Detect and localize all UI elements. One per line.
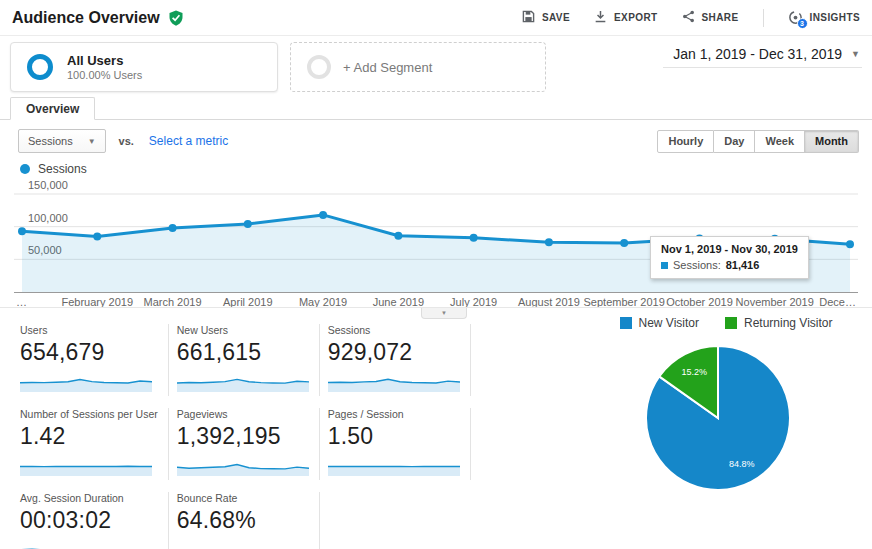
granularity-month[interactable]: Month xyxy=(805,130,859,153)
tab-overview[interactable]: Overview xyxy=(10,97,95,120)
metric-sparkline xyxy=(20,370,152,392)
metric-cards-grid: Users654,679New Users661,615Sessions929,… xyxy=(12,324,464,549)
metric-sparkline xyxy=(328,370,460,392)
metric-value: 929,072 xyxy=(328,339,460,365)
metric-sparkline xyxy=(328,454,460,476)
share-button[interactable]: SHARE xyxy=(682,10,739,25)
metric-sparkline xyxy=(177,538,309,549)
segment-title: All Users xyxy=(67,53,142,68)
insights-icon: 3 xyxy=(788,10,803,25)
tooltip-series-swatch xyxy=(661,262,668,269)
audience-overview-page: Audience Overview SAVE EXPORT SHARE 3 xyxy=(0,0,872,549)
metric-label: Users xyxy=(20,324,158,336)
segments-row: All Users 100.00% Users + Add Segment Ja… xyxy=(10,42,862,92)
tab-bar: Overview xyxy=(0,97,872,120)
insights-button[interactable]: 3 INSIGHTS xyxy=(788,10,860,25)
metric-card[interactable]: New Users661,615 xyxy=(169,324,320,396)
chevron-down-icon: ▼ xyxy=(851,49,860,59)
chevron-down-icon: ▼ xyxy=(88,137,96,146)
segment-all-users[interactable]: All Users 100.00% Users xyxy=(10,42,278,92)
metric-value: 1.50 xyxy=(328,423,460,449)
share-icon xyxy=(682,10,695,25)
save-button[interactable]: SAVE xyxy=(522,10,570,25)
vs-label: vs. xyxy=(119,135,134,147)
save-icon xyxy=(522,10,535,25)
sessions-legend-label: Sessions xyxy=(38,162,87,176)
chart-controls: Sessions ▼ vs. Select a metric HourlyDay… xyxy=(18,128,859,154)
pie-legend-returning-visitor[interactable]: Returning Visitor xyxy=(725,316,833,330)
sessions-line-chart[interactable]: 50,000100,000150,000…February 2019March … xyxy=(14,180,858,306)
metric-value: 661,615 xyxy=(177,339,309,365)
metric-selector-dropdown[interactable]: Sessions ▼ xyxy=(18,129,106,153)
header-actions: SAVE EXPORT SHARE 3 INSIGHTS xyxy=(522,9,860,27)
header-divider xyxy=(763,9,764,27)
metric-value: 654,679 xyxy=(20,339,158,365)
legend-swatch-icon xyxy=(620,317,632,329)
granularity-day[interactable]: Day xyxy=(714,130,755,153)
svg-text:150,000: 150,000 xyxy=(28,180,68,191)
granularity-hourly[interactable]: Hourly xyxy=(657,130,714,153)
insights-badge: 3 xyxy=(797,18,808,29)
header-bar: Audience Overview SAVE EXPORT SHARE 3 xyxy=(0,0,872,36)
metric-label: Bounce Rate xyxy=(177,492,309,504)
svg-text:100,000: 100,000 xyxy=(28,212,68,224)
metric-label: Pages / Session xyxy=(328,408,460,420)
metric-card[interactable]: Sessions929,072 xyxy=(320,324,471,396)
metric-value: 1,392,195 xyxy=(177,423,309,449)
svg-text:84.8%: 84.8% xyxy=(729,459,755,469)
chart-legend: Sessions xyxy=(20,162,87,176)
metric-card[interactable]: Avg. Session Duration00:03:02 xyxy=(12,492,169,549)
tooltip-date-range: Nov 1, 2019 - Nov 30, 2019 xyxy=(661,243,798,255)
chart-tooltip: Nov 1, 2019 - Nov 30, 2019 Sessions: 81,… xyxy=(650,236,809,279)
download-icon xyxy=(594,10,607,25)
tooltip-metric-label: Sessions: xyxy=(673,259,721,271)
tooltip-metric-value: 81,416 xyxy=(726,259,760,271)
metric-card[interactable]: Bounce Rate64.68% xyxy=(169,492,320,549)
visitor-pie-chart[interactable]: 84.8%15.2% xyxy=(580,332,872,494)
metric-card[interactable]: Pageviews1,392,195 xyxy=(169,408,320,480)
date-range-picker[interactable]: Jan 1, 2019 - Dec 31, 2019 ▼ xyxy=(663,42,862,68)
annotations-collapse-handle[interactable]: ▼ xyxy=(421,308,467,319)
sessions-legend-dot xyxy=(20,164,30,174)
page-title: Audience Overview xyxy=(12,9,160,27)
metric-label: Pageviews xyxy=(177,408,309,420)
visitor-type-panel: New VisitorReturning Visitor 84.8%15.2% xyxy=(580,314,872,498)
segment-ring-icon xyxy=(27,54,53,80)
date-range-text: Jan 1, 2019 - Dec 31, 2019 xyxy=(673,46,842,62)
metric-value: 1.42 xyxy=(20,423,158,449)
granularity-toggle: HourlyDayWeekMonth xyxy=(657,130,859,153)
svg-text:15.2%: 15.2% xyxy=(681,367,707,377)
export-button[interactable]: EXPORT xyxy=(594,10,658,25)
legend-swatch-icon xyxy=(725,317,737,329)
metric-value: 00:03:02 xyxy=(20,507,158,533)
pie-legend: New VisitorReturning Visitor xyxy=(580,314,872,332)
metric-value: 64.68% xyxy=(177,507,309,533)
metric-card[interactable]: Number of Sessions per User1.42 xyxy=(12,408,169,480)
metric-sparkline xyxy=(177,370,309,392)
verified-shield-icon xyxy=(168,10,184,26)
metric-label: Avg. Session Duration xyxy=(20,492,158,504)
pie-legend-new-visitor[interactable]: New Visitor xyxy=(620,316,699,330)
metric-sparkline xyxy=(20,538,152,549)
metric-label: New Users xyxy=(177,324,309,336)
add-segment-button[interactable]: + Add Segment xyxy=(290,42,546,92)
metric-sparkline xyxy=(20,454,152,476)
granularity-week[interactable]: Week xyxy=(755,130,805,153)
metric-card[interactable]: Users654,679 xyxy=(12,324,169,396)
metric-card[interactable]: Pages / Session1.50 xyxy=(320,408,471,480)
add-segment-ring-icon xyxy=(307,55,331,79)
select-metric-link[interactable]: Select a metric xyxy=(149,134,228,148)
metric-sparkline xyxy=(177,454,309,476)
metric-label: Number of Sessions per User xyxy=(20,408,158,420)
metric-label: Sessions xyxy=(328,324,460,336)
segment-subtitle: 100.00% Users xyxy=(67,69,142,81)
